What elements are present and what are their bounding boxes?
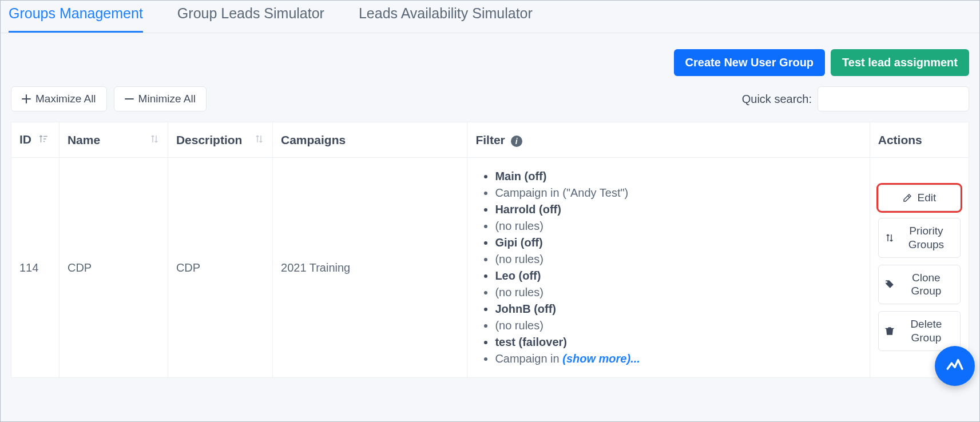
filter-item: Campaign in ("Andy Test") bbox=[495, 185, 861, 201]
filter-item: Leo (off) bbox=[495, 268, 861, 284]
cell-description: CDP bbox=[168, 158, 272, 378]
priority-icon bbox=[884, 233, 895, 243]
filter-item-prefix: Campaign in bbox=[495, 352, 562, 365]
filter-item: JohnB (off) bbox=[495, 301, 861, 317]
edit-button[interactable]: Edit bbox=[878, 185, 961, 211]
minimize-all-label: Minimize All bbox=[138, 93, 196, 105]
filter-item: Gipi (off) bbox=[495, 234, 861, 251]
trash-icon bbox=[884, 326, 895, 336]
cell-name: CDP bbox=[59, 158, 168, 378]
col-header-name[interactable]: Name bbox=[59, 122, 168, 158]
col-header-description[interactable]: Description bbox=[168, 122, 272, 158]
filter-item: (no rules) bbox=[495, 251, 861, 268]
filter-item: Campaign in (show more)... bbox=[495, 351, 861, 367]
tab-groups-management[interactable]: Groups Management bbox=[9, 5, 143, 33]
edit-label: Edit bbox=[917, 191, 936, 205]
tabs-bar: Groups Management Group Leads Simulator … bbox=[1, 1, 979, 33]
cell-id: 114 bbox=[11, 158, 59, 378]
filter-item: (no rules) bbox=[495, 218, 861, 234]
filter-item: Main (off) bbox=[495, 168, 861, 185]
tab-group-leads-simulator[interactable]: Group Leads Simulator bbox=[177, 5, 324, 33]
tab-leads-availability-simulator[interactable]: Leads Availability Simulator bbox=[359, 5, 533, 33]
col-header-id[interactable]: ID bbox=[11, 122, 59, 158]
quick-search-label: Quick search: bbox=[742, 93, 812, 106]
floating-action-button[interactable] bbox=[935, 346, 975, 386]
info-icon[interactable]: i bbox=[511, 136, 522, 147]
cell-campaigns: 2021 Training bbox=[273, 158, 467, 378]
create-new-user-group-button[interactable]: Create New User Group bbox=[674, 49, 826, 76]
sort-asc-icon bbox=[38, 133, 49, 147]
top-actions: Create New User Group Test lead assignme… bbox=[1, 33, 979, 86]
minimize-all-button[interactable]: Minimize All bbox=[114, 86, 207, 112]
filter-item: test (failover) bbox=[495, 334, 861, 351]
show-more-link[interactable]: (show more)... bbox=[562, 352, 640, 365]
col-header-filter-label: Filter bbox=[475, 133, 505, 146]
cell-filter: Main (off)Campaign in ("Andy Test")Harro… bbox=[467, 158, 870, 378]
edit-icon bbox=[902, 193, 912, 203]
col-header-filter: Filter i bbox=[467, 122, 870, 158]
col-header-campaigns-label: Campaigns bbox=[281, 133, 346, 146]
clone-group-button[interactable]: Clone Group bbox=[878, 265, 961, 305]
col-header-actions-label: Actions bbox=[878, 133, 922, 146]
col-header-name-label: Name bbox=[68, 133, 100, 146]
plus-icon bbox=[22, 94, 31, 103]
tag-icon bbox=[884, 279, 895, 289]
sort-icon bbox=[149, 133, 160, 147]
chart-icon bbox=[945, 355, 965, 377]
priority-groups-button[interactable]: Priority Groups bbox=[878, 218, 961, 258]
maximize-all-button[interactable]: Maximize All bbox=[11, 86, 107, 112]
clone-label: Clone Group bbox=[898, 271, 954, 298]
quick-search-input[interactable] bbox=[818, 86, 969, 112]
groups-table: ID Name Description Campaigns bbox=[11, 122, 969, 378]
minus-icon bbox=[125, 94, 134, 103]
col-header-campaigns: Campaigns bbox=[273, 122, 467, 158]
maximize-all-label: Maximize All bbox=[35, 93, 96, 105]
filter-item: (no rules) bbox=[495, 284, 861, 301]
delete-label: Delete Group bbox=[898, 317, 954, 345]
toolbar: Maximize All Minimize All Quick search: bbox=[1, 86, 979, 122]
filter-item: (no rules) bbox=[495, 317, 861, 334]
cell-actions: Edit Priority Groups bbox=[870, 158, 969, 378]
filter-item: Harrold (off) bbox=[495, 201, 861, 218]
delete-group-button[interactable]: Delete Group bbox=[878, 311, 961, 351]
table-row: 114 CDP CDP 2021 Training Main (off)Camp… bbox=[11, 158, 969, 378]
col-header-id-label: ID bbox=[19, 133, 31, 146]
sort-icon bbox=[254, 133, 264, 147]
col-header-actions: Actions bbox=[870, 122, 969, 158]
priority-label: Priority Groups bbox=[898, 224, 954, 252]
col-header-description-label: Description bbox=[176, 133, 243, 146]
test-lead-assignment-button[interactable]: Test lead assignment bbox=[831, 49, 969, 76]
